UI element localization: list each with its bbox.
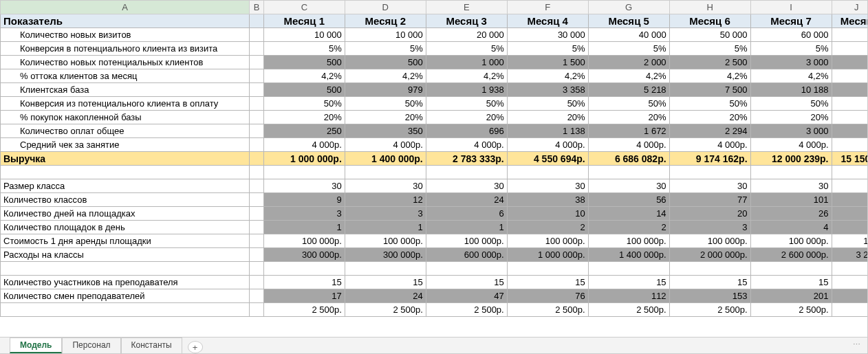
cell[interactable]: 50% — [669, 97, 750, 111]
row-label[interactable]: Количество классов — [1, 193, 250, 207]
cell[interactable]: 1 400 000р. — [588, 248, 669, 262]
row-label[interactable] — [1, 166, 250, 179]
cell[interactable]: 12 — [345, 193, 426, 207]
cell[interactable]: 100 000р. — [750, 234, 832, 248]
cell[interactable]: 20 000 — [426, 28, 507, 42]
row-label[interactable]: Стоимость 1 дня аренды площадки — [1, 234, 250, 248]
cell[interactable] — [263, 262, 345, 276]
month-header-1[interactable]: Месяц 1 — [263, 14, 345, 28]
cell[interactable]: 38 — [507, 193, 588, 207]
cell[interactable]: 7 500 — [669, 83, 750, 97]
header-label[interactable]: Показатель — [1, 14, 250, 28]
cell[interactable]: 2 500р. — [263, 303, 345, 317]
cell[interactable]: 350 — [345, 124, 426, 138]
cell[interactable]: 30 — [507, 179, 588, 193]
cell[interactable] — [832, 303, 867, 317]
cell[interactable] — [832, 221, 867, 234]
cell[interactable]: 2 500р. — [426, 303, 507, 317]
cell[interactable]: 2 500р. — [750, 303, 832, 317]
cell[interactable]: 300 000р. — [345, 248, 426, 262]
cell[interactable]: 3 000 — [750, 56, 832, 69]
cell[interactable]: 100 000р. — [507, 234, 588, 248]
cell[interactable]: 4 000р. — [263, 138, 345, 152]
cell[interactable]: 1 — [263, 221, 345, 234]
cell[interactable]: 15 — [263, 276, 345, 289]
cell[interactable]: 30 — [263, 179, 345, 193]
cell[interactable]: 4 000р. — [426, 138, 507, 152]
row-label[interactable]: Размер класса — [1, 179, 250, 193]
cell[interactable]: 20% — [345, 111, 426, 124]
cell[interactable]: 5% — [263, 42, 345, 56]
cell[interactable]: 112 — [588, 289, 669, 303]
cell[interactable]: 1 400 000р. — [345, 152, 426, 166]
cell[interactable]: 24 — [426, 193, 507, 207]
cell[interactable]: 1 000 000р. — [507, 248, 588, 262]
cell[interactable]: 4,2% — [263, 69, 345, 83]
cell[interactable]: 3 358 — [507, 83, 588, 97]
cell[interactable]: 250 — [263, 124, 345, 138]
cell[interactable] — [507, 166, 588, 179]
cell[interactable]: 2 783 333р. — [426, 152, 507, 166]
cell[interactable]: 4 000р. — [345, 138, 426, 152]
cell[interactable]: 4 000р. — [588, 138, 669, 152]
row-label[interactable]: Количество новых потенциальных клиентов — [1, 56, 250, 69]
month-header-5[interactable]: Месяц 5 — [588, 14, 669, 28]
cell[interactable]: 100 000р. — [345, 234, 426, 248]
cell[interactable]: 500 — [263, 56, 345, 69]
grid-area[interactable]: ABCDEFGHIJПоказательМесяц 1Месяц 2Месяц … — [0, 0, 867, 337]
cell[interactable]: 2 294 — [669, 124, 750, 138]
cell[interactable] — [750, 262, 832, 276]
row-label[interactable]: Количество новых визитов — [1, 28, 250, 42]
cell[interactable]: 50% — [588, 97, 669, 111]
cell[interactable]: 20% — [263, 111, 345, 124]
cell[interactable]: 5% — [345, 42, 426, 56]
cell[interactable]: 9 174 162р. — [669, 152, 750, 166]
column-header-B[interactable]: B — [250, 1, 264, 14]
column-header-F[interactable]: F — [507, 1, 588, 14]
cell[interactable] — [345, 262, 426, 276]
row-label[interactable]: Количество участников на преподавателя — [1, 276, 250, 289]
column-header-H[interactable]: H — [669, 1, 750, 14]
cell[interactable]: 2 000 000р. — [669, 248, 750, 262]
cell[interactable]: 4,2% — [588, 69, 669, 83]
cell[interactable]: 5% — [750, 42, 832, 56]
cell[interactable]: 1 000 000р. — [263, 152, 345, 166]
column-header-C[interactable]: C — [263, 1, 345, 14]
cell[interactable]: 10 188 — [750, 83, 832, 97]
cell[interactable]: 600 000р. — [426, 248, 507, 262]
cell[interactable]: 2 600 000р. — [750, 248, 832, 262]
cell[interactable]: 4 550 694р. — [507, 152, 588, 166]
cell[interactable]: 4,2% — [669, 69, 750, 83]
cell[interactable] — [588, 262, 669, 276]
cell[interactable]: 5% — [426, 42, 507, 56]
cell[interactable] — [832, 42, 867, 56]
cell[interactable]: 4 000р. — [669, 138, 750, 152]
cell[interactable] — [750, 166, 832, 179]
sheet-tab-Персонал[interactable]: Персонал — [62, 338, 120, 353]
cell[interactable]: 979 — [345, 83, 426, 97]
column-header-A[interactable]: A — [1, 1, 250, 14]
cell[interactable]: 50% — [750, 97, 832, 111]
cell[interactable]: 100 000р. — [263, 234, 345, 248]
cell[interactable]: 1 — [345, 221, 426, 234]
month-header-6[interactable]: Месяц 6 — [669, 14, 750, 28]
cell[interactable] — [832, 111, 867, 124]
row-label[interactable]: Количество площадок в день — [1, 221, 250, 234]
cell[interactable]: 2 500р. — [588, 303, 669, 317]
cell[interactable]: 5% — [588, 42, 669, 56]
cell[interactable]: 100 000р. — [588, 234, 669, 248]
cell[interactable] — [832, 262, 867, 276]
cell[interactable] — [426, 166, 507, 179]
cell[interactable]: 60 000 — [750, 28, 832, 42]
cell[interactable] — [345, 166, 426, 179]
cell[interactable]: 12 000 239р. — [750, 152, 832, 166]
cell[interactable]: 56 — [588, 193, 669, 207]
cell[interactable]: 50 000 — [669, 28, 750, 42]
row-label[interactable]: Расходы на классы — [1, 248, 250, 262]
row-label[interactable]: Средний чек за занятие — [1, 138, 250, 152]
cell[interactable]: 1 138 — [507, 124, 588, 138]
cell[interactable] — [426, 262, 507, 276]
cell[interactable] — [832, 276, 867, 289]
row-label[interactable]: Конверсия в потенциального клиента из ви… — [1, 42, 250, 56]
cell[interactable]: 100 000р. — [426, 234, 507, 248]
